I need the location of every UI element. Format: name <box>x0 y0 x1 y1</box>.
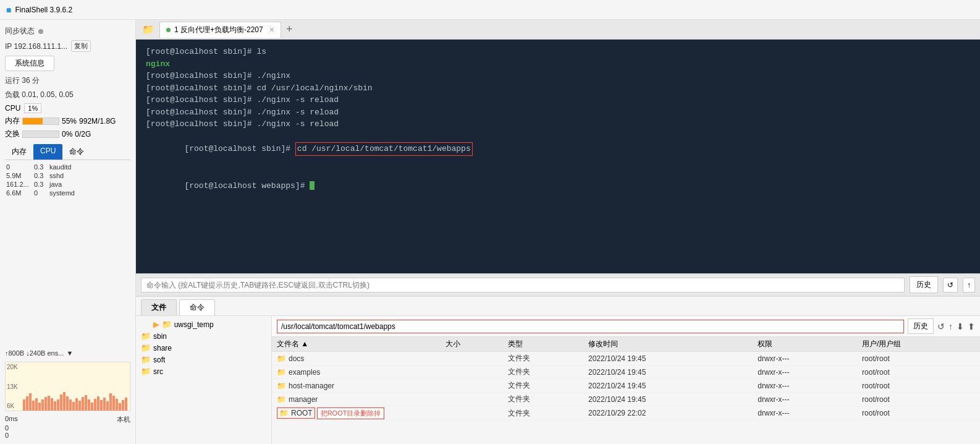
svg-rect-33 <box>125 398 127 411</box>
list-item: 5.9M 0.3 sshd <box>5 171 130 180</box>
tree-item-label: uwsgi_temp <box>174 320 214 329</box>
col-filename: 文件名 ▲ <box>272 337 441 352</box>
proc-cpu: 0.3 <box>34 181 49 188</box>
tree-item-label: sbin <box>153 332 167 341</box>
tree-item-share[interactable]: 📁 share <box>136 342 271 354</box>
col-perms: 权限 <box>753 337 857 352</box>
svg-rect-19 <box>82 397 84 411</box>
svg-rect-18 <box>78 401 81 411</box>
file-modified: 2022/10/24 19:45 <box>583 393 753 406</box>
right-area: 📁 1 反向代理+负载均衡-2207 × + [root@localhost s… <box>136 20 980 444</box>
cmd-input[interactable] <box>141 278 905 292</box>
file-owner: root/root <box>857 393 980 406</box>
graph-label-20k: 20K <box>7 364 18 370</box>
tree-item-uwsgi[interactable]: ▶ 📁 uwsgi_temp <box>136 318 271 330</box>
net-row: ↑800B ↓240B ens... ▼ <box>5 349 130 357</box>
proc-mem: 6.6M <box>6 189 34 197</box>
file-tab-files[interactable]: 文件 <box>141 299 177 315</box>
path-history-button[interactable]: 历史 <box>908 318 934 334</box>
mem-row: 内存 55% 992M/1.8G <box>5 116 130 126</box>
svg-rect-11 <box>57 399 59 411</box>
tab-add-button[interactable]: + <box>284 23 295 36</box>
terminal[interactable]: [root@localhost sbin]# ls nginx [root@lo… <box>136 40 980 273</box>
table-header: 文件名 ▲ 大小 类型 修改时间 权限 用户/用户组 <box>272 337 980 352</box>
tree-item-sbin[interactable]: 📁 sbin <box>136 330 271 342</box>
svg-rect-3 <box>32 401 35 411</box>
main-layout: 同步状态 IP 192.168.111.1... 复制 系统信息 运行 36 分… <box>0 20 980 444</box>
file-size <box>441 393 502 406</box>
svg-rect-12 <box>60 395 62 411</box>
annotation-label: 把ROOT目录删除掉 <box>317 408 385 419</box>
app-title: FinalShell 3.9.6.2 <box>15 6 72 14</box>
svg-rect-13 <box>63 392 65 411</box>
col-type: 类型 <box>503 337 583 352</box>
graph-label-6k: 6K <box>7 403 18 409</box>
path-refresh-btn[interactable]: ↺ <box>937 322 945 331</box>
terminal-line-highlight: [root@localhost sbin]# cd /usr/local/tom… <box>146 130 970 168</box>
file-tab-cmd[interactable]: 命令 <box>179 299 215 315</box>
tab-close-button[interactable]: × <box>269 25 274 35</box>
table-row[interactable]: 📁examples 文件夹 2022/10/24 19:45 drwxr-x--… <box>272 365 980 379</box>
file-size <box>441 406 502 421</box>
net-graph: 20K 13K 6K <box>5 362 130 411</box>
file-type: 文件夹 <box>503 365 583 379</box>
file-tree: ▶ 📁 uwsgi_temp 📁 sbin 📁 share 📁 soft <box>136 316 272 444</box>
terminal-cursor <box>310 181 315 190</box>
net-dropdown-icon[interactable]: ▼ <box>66 349 73 357</box>
history-button[interactable]: 历史 <box>910 276 938 293</box>
tab-mem[interactable]: 内存 <box>5 144 33 160</box>
path-download-btn[interactable]: ⬇ <box>957 322 964 331</box>
net-graph-svg <box>23 362 130 411</box>
mem-pct: 55% <box>62 117 77 126</box>
mem-bar-container <box>22 117 59 125</box>
file-modified: 2022/10/24 19:45 <box>583 352 753 365</box>
file-owner: root/root <box>857 379 980 393</box>
table-row[interactable]: 📁manager 文件夹 2022/10/24 19:45 drwxr-x---… <box>272 393 980 406</box>
local-label: 本机 <box>117 415 130 424</box>
arrow-btn-1[interactable]: ↺ <box>943 278 958 292</box>
svg-rect-24 <box>97 396 99 411</box>
table-row-root[interactable]: 📁ROOT 把ROOT目录删除掉 文件夹 2022/10/29 22:02 dr… <box>272 406 980 421</box>
table-row[interactable]: 📁docs 文件夹 2022/10/24 19:45 drwxr-x--- ro… <box>272 352 980 365</box>
swap-label: 交换 <box>5 129 20 139</box>
svg-rect-8 <box>48 396 50 411</box>
file-perms: drwxr-x--- <box>753 393 857 406</box>
tab-cmd[interactable]: 命令 <box>62 144 91 160</box>
tab-session[interactable]: 1 反向代理+负载均衡-2207 × <box>159 22 281 38</box>
svg-rect-17 <box>75 398 78 411</box>
tree-item-label: src <box>153 367 163 376</box>
tree-item-src[interactable]: 📁 src <box>136 365 271 377</box>
arrow-btn-2[interactable]: ↑ <box>963 278 975 292</box>
terminal-line: nginx <box>146 58 970 70</box>
title-bar: ■ FinalShell 3.9.6.2 <box>0 0 980 20</box>
sidebar: 同步状态 IP 192.168.111.1... 复制 系统信息 运行 36 分… <box>0 20 136 444</box>
folder-button[interactable]: 📁 <box>140 23 157 35</box>
terminal-line: [root@localhost sbin]# ls <box>146 46 970 58</box>
svg-rect-23 <box>94 399 96 411</box>
proc-name: kauditd <box>49 163 129 171</box>
proc-name: java <box>49 181 129 188</box>
svg-rect-14 <box>66 396 69 411</box>
tab-cpu[interactable]: CPU <box>33 144 62 160</box>
tab-dot <box>166 28 171 32</box>
terminal-line: [root@localhost sbin]# ./nginx -s reload <box>146 94 970 106</box>
path-upload-btn[interactable]: ⬆ <box>968 322 975 331</box>
path-input[interactable] <box>277 320 904 333</box>
sync-status: 同步状态 <box>5 25 130 38</box>
tree-item-soft[interactable]: 📁 soft <box>136 354 271 365</box>
table-row[interactable]: 📁host-manager 文件夹 2022/10/24 19:45 drwxr… <box>272 379 980 393</box>
swap-bar-container <box>22 130 59 138</box>
svg-rect-0 <box>23 399 25 411</box>
copy-button[interactable]: 复制 <box>71 40 91 52</box>
sysinfo-button[interactable]: 系统信息 <box>5 56 54 71</box>
graph-label-13k: 13K <box>7 383 18 390</box>
folder-icon: 📁 <box>141 355 151 364</box>
path-up-btn[interactable]: ↑ <box>948 322 953 331</box>
latency-value2: 0 <box>5 432 130 439</box>
svg-rect-32 <box>122 400 124 411</box>
terminal-line: [root@localhost sbin]# ./nginx -s reload <box>146 106 970 119</box>
svg-rect-31 <box>119 403 121 411</box>
file-content: 历史 ↺ ↑ ⬇ ⬆ 文件名 ▲ 大小 <box>272 316 980 444</box>
net-label: ↑800B ↓240B ens... <box>5 349 64 357</box>
file-size <box>441 379 502 393</box>
